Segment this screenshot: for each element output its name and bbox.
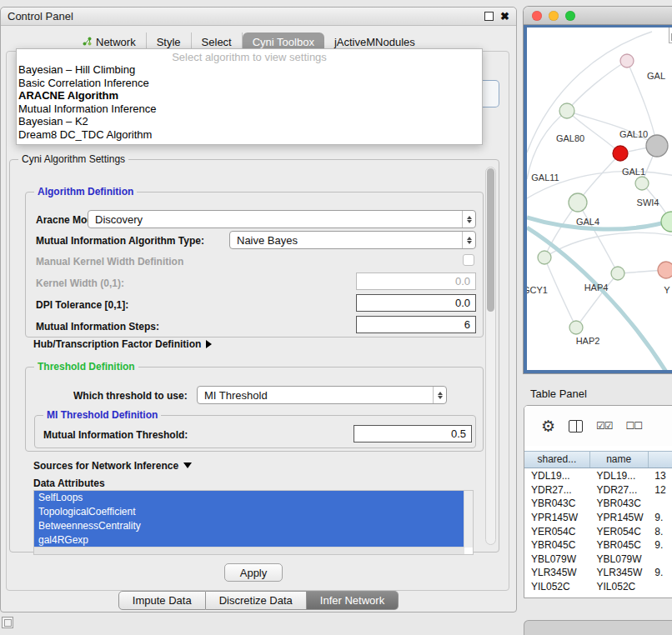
- dpi-tolerance-field[interactable]: 0.0: [356, 294, 476, 312]
- attribute-item-gal4rgexp[interactable]: gal4RGexp: [34, 533, 464, 548]
- table-cell: YPR145W: [524, 512, 590, 523]
- table-row[interactable]: YBL079WYBL079W: [524, 552, 672, 567]
- node-label-gal1: GAL1: [622, 167, 645, 177]
- select-checks-icon[interactable]: ☑☑: [596, 420, 613, 432]
- table-panel-title: Table Panel: [530, 388, 587, 400]
- mi-type-value: Naive Bayes: [230, 234, 462, 247]
- network-node[interactable]: [559, 103, 574, 118]
- network-node[interactable]: [569, 193, 587, 212]
- table-row[interactable]: YDL19...YDL19...13: [524, 469, 672, 483]
- collapsed-panel-strip[interactable]: [524, 620, 672, 635]
- network-node[interactable]: [635, 177, 649, 190]
- node-label-y: Y: [664, 285, 670, 295]
- sources-label: Sources for Network Inference: [33, 460, 178, 472]
- which-threshold-combobox[interactable]: MI Threshold: [197, 386, 447, 404]
- minimize-button[interactable]: [549, 11, 559, 21]
- hub-definition-disclosure[interactable]: Hub/Transcription Factor Definition: [33, 338, 212, 350]
- table-row[interactable]: YBR045CYBR045C9.: [524, 538, 672, 552]
- node-label-swi4: SWI4: [637, 198, 659, 208]
- network-edge: [527, 111, 567, 179]
- mi-type-combobox[interactable]: Naive Bayes: [229, 231, 476, 249]
- network-node[interactable]: [661, 212, 672, 232]
- restore-panel-icon[interactable]: [2, 617, 13, 628]
- desktop: Control Panel ✖ NetworkStyleSelectCyni T…: [0, 0, 672, 635]
- bottom-tab-impute-data[interactable]: Impute Data: [118, 591, 206, 610]
- settings-gear-icon[interactable]: ⚙: [541, 418, 555, 434]
- network-window-titlebar[interactable]: [524, 7, 672, 25]
- attribute-item-selfloops[interactable]: SelfLoops: [34, 491, 464, 505]
- attribute-item-betweennesscentrality[interactable]: BetweennessCentrality: [34, 519, 464, 533]
- algorithm-option-mutual-information-inference[interactable]: Mutual Information Inference: [17, 102, 482, 116]
- network-node[interactable]: [613, 146, 628, 161]
- table-row[interactable]: YIL052CYIL052C: [524, 580, 672, 594]
- table-cell: YDL19...: [590, 470, 649, 482]
- canvas-scrollbar[interactable]: [669, 28, 672, 43]
- clear-checks-icon[interactable]: ☐☐: [626, 420, 643, 432]
- dpi-tolerance-label: DPI Tolerance [0,1]:: [36, 299, 128, 311]
- network-graph: GALGAL80GAL10GAL11GAL1SWI4GAL4GCY1HAP4HA…: [527, 28, 672, 373]
- network-node[interactable]: [569, 321, 583, 334]
- mi-steps-field[interactable]: 6: [356, 316, 476, 333]
- attributes-horizontal-scrollbar[interactable]: [34, 547, 464, 554]
- table-cell: 9.: [648, 539, 672, 551]
- table-row[interactable]: YPR145WYPR145W9.: [524, 511, 672, 525]
- settings-vertical-scrollbar[interactable]: [485, 167, 496, 545]
- bottom-tab-discretize-data[interactable]: Discretize Data: [206, 591, 307, 610]
- combo-arrows-icon: [433, 387, 446, 403]
- table-cell: 12: [648, 484, 672, 496]
- column-header-extra[interactable]: [649, 452, 672, 468]
- network-node[interactable]: [646, 135, 668, 157]
- table-row[interactable]: YBR043CYBR043C: [524, 497, 672, 511]
- table-cell: YBR043C: [590, 498, 649, 509]
- close-button[interactable]: [532, 11, 542, 21]
- network-edge: [578, 153, 620, 202]
- table-cell: YIL052C: [590, 581, 649, 592]
- network-node[interactable]: [611, 267, 624, 280]
- network-node[interactable]: [658, 262, 672, 278]
- table-cell: YDR27...: [524, 484, 590, 496]
- mi-threshold-label: Mutual Information Threshold:: [43, 429, 188, 441]
- data-attributes-list: SelfLoopsTopologicalCoefficientBetweenne…: [33, 490, 474, 555]
- table-cell: YER054C: [590, 526, 649, 538]
- algorithm-dropdown-popup: Select algorithm to view settings Bayesi…: [16, 48, 483, 145]
- kernel-width-field[interactable]: 0.0: [356, 272, 476, 290]
- scrollbar-thumb[interactable]: [487, 168, 494, 312]
- algorithm-option-aracne-algorithm[interactable]: ARACNE Algorithm: [17, 89, 482, 102]
- mi-threshold-field[interactable]: 0.5: [354, 425, 472, 442]
- mi-threshold-group: MI Threshold Definition Mutual Informati…: [34, 415, 476, 448]
- zoom-button[interactable]: [565, 11, 575, 21]
- node-label-hap2: HAP2: [576, 336, 600, 346]
- column-header-name[interactable]: name: [590, 452, 649, 468]
- bottom-tab-strip: Impute DataDiscretize DataInfer Network: [1, 591, 516, 610]
- manual-kernel-checkbox[interactable]: [463, 254, 474, 266]
- aracne-mode-combobox[interactable]: Discovery: [88, 210, 476, 228]
- column-selector-icon[interactable]: [569, 420, 583, 432]
- table-cell: YIL052C: [524, 581, 590, 592]
- algorithm-option-dream8-dc-tdc-algorithm[interactable]: Dream8 DC_TDC Algorithm: [17, 128, 482, 142]
- close-icon[interactable]: ✖: [500, 12, 509, 21]
- algorithm-option-bayesian-k2[interactable]: Bayesian – K2: [17, 115, 482, 128]
- sources-disclosure[interactable]: Sources for Network Inference: [33, 460, 192, 472]
- network-canvas[interactable]: GALGAL80GAL10GAL11GAL1SWI4GAL4GCY1HAP4HA…: [524, 25, 672, 373]
- table-toolbar: ⚙ ☑☑ ☐☐: [524, 406, 672, 446]
- algorithm-combobox-fragment[interactable]: [482, 80, 499, 108]
- network-edge: [578, 202, 618, 273]
- table-cell: YBR043C: [524, 498, 590, 509]
- table-row[interactable]: YDR27...YDR27...12: [524, 483, 672, 498]
- table-cell: 8.: [648, 526, 672, 538]
- attribute-item-topologicalcoefficient[interactable]: TopologicalCoefficient: [34, 505, 464, 519]
- table-row[interactable]: YER054CYER054C8.: [524, 524, 672, 538]
- column-header-shared[interactable]: shared...: [524, 452, 590, 468]
- algorithm-option-bayesian-hill-climbing[interactable]: Bayesian – Hill Climbing: [17, 63, 482, 77]
- apply-button[interactable]: Apply: [224, 563, 283, 582]
- chevron-down-icon: [183, 462, 192, 468]
- algorithm-option-basic-correlation-inference[interactable]: Basic Correlation Inference: [17, 77, 482, 90]
- network-node[interactable]: [620, 54, 634, 68]
- cyni-settings-group-title: Cyni Algorithm Settings: [18, 153, 128, 165]
- bottom-tab-infer-network[interactable]: Infer Network: [307, 591, 399, 610]
- control-panel-titlebar[interactable]: Control Panel ✖: [1, 8, 516, 26]
- network-node[interactable]: [538, 251, 551, 264]
- table-row[interactable]: YLR345WYLR345W9.: [524, 566, 672, 580]
- attributes-vertical-scrollbar[interactable]: [464, 491, 473, 548]
- float-window-icon[interactable]: [484, 12, 494, 21]
